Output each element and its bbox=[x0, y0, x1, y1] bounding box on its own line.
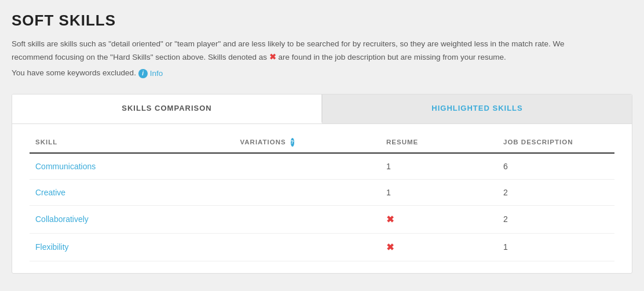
variations-cell bbox=[235, 233, 381, 261]
resume-cell: ✖ bbox=[380, 233, 497, 261]
skill-name-cell[interactable]: Flexibility bbox=[30, 233, 235, 261]
info-link[interactable]: i Info bbox=[138, 67, 163, 80]
jd-cell: 2 bbox=[497, 205, 614, 233]
table-header-row: SKILL VARIATIONS ? RESUME JOB DESCRIPTIO… bbox=[30, 130, 614, 153]
col-header-variations: VARIATIONS ? bbox=[235, 130, 271, 152]
variations-cell bbox=[235, 153, 381, 180]
variations-question-icon[interactable]: ? bbox=[291, 138, 295, 147]
skill-name-cell[interactable]: Collaboratively bbox=[30, 205, 235, 233]
keywords-line: You have some keywords excluded. i Info bbox=[12, 67, 632, 80]
tabs-row: SKILLS COMPARISON HIGHLIGHTED SKILLS bbox=[12, 94, 632, 124]
resume-cell: ✖ bbox=[380, 205, 497, 233]
missing-x-icon: ✖ bbox=[386, 214, 394, 224]
description-text-1: Soft skills are skills such as "detail o… bbox=[12, 38, 632, 63]
col-header-job-description: JOB DESCRIPTION bbox=[497, 130, 614, 153]
jd-cell: 2 bbox=[497, 179, 614, 205]
variations-cell bbox=[235, 205, 381, 233]
table-row: Creative12 bbox=[30, 179, 614, 205]
resume-cell: 1 bbox=[380, 153, 497, 180]
skills-table: SKILL VARIATIONS ? RESUME JOB DESCRIPTIO… bbox=[30, 130, 614, 261]
table-row: Flexibility✖1 bbox=[30, 233, 614, 261]
table-area: SKILL VARIATIONS ? RESUME JOB DESCRIPTIO… bbox=[12, 124, 632, 273]
table-body: Communications16Creative12Collaborativel… bbox=[30, 153, 614, 261]
variations-cell bbox=[235, 179, 381, 205]
col-header-resume: RESUME bbox=[380, 130, 497, 153]
jd-cell: 6 bbox=[497, 153, 614, 180]
tab-skills-comparison[interactable]: SKILLS COMPARISON bbox=[12, 94, 322, 123]
table-row: Collaboratively✖2 bbox=[30, 205, 614, 233]
resume-cell: 1 bbox=[380, 179, 497, 205]
skill-name-cell[interactable]: Creative bbox=[30, 179, 235, 205]
missing-x-icon: ✖ bbox=[386, 242, 394, 252]
jd-cell: 1 bbox=[497, 233, 614, 261]
info-icon: i bbox=[138, 69, 148, 78]
page-container: SOFT SKILLS Soft skills are skills such … bbox=[12, 12, 632, 274]
section-title: SOFT SKILLS bbox=[12, 12, 632, 30]
skill-name-cell[interactable]: Communications bbox=[30, 153, 235, 180]
tab-highlighted-skills[interactable]: HIGHLIGHTED SKILLS bbox=[322, 94, 632, 123]
table-row: Communications16 bbox=[30, 153, 614, 180]
main-card: SKILLS COMPARISON HIGHLIGHTED SKILLS SKI… bbox=[12, 94, 632, 274]
col-header-skill: SKILL bbox=[30, 130, 235, 153]
x-mark-icon: ✖ bbox=[269, 52, 276, 61]
